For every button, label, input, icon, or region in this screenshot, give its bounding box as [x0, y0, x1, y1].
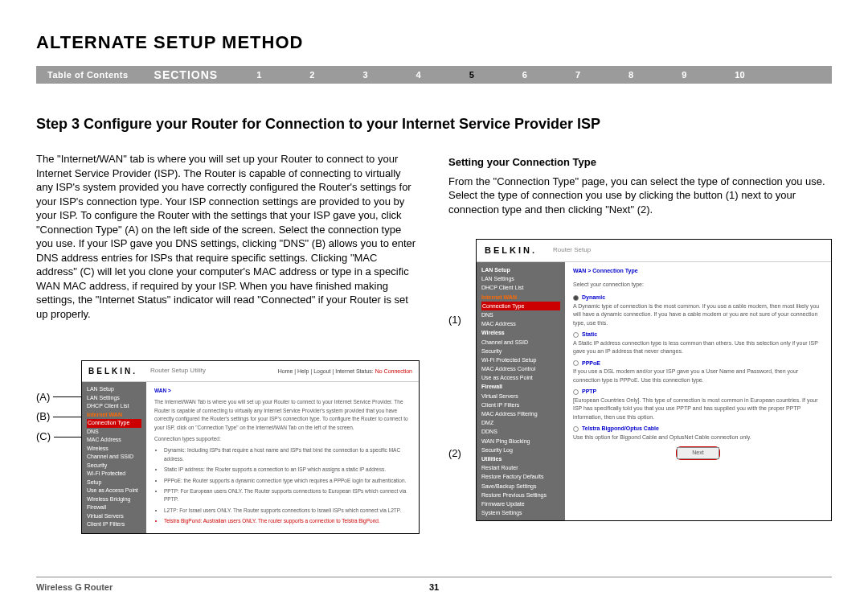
- right-column: Setting your Connection Type From the "C…: [448, 152, 832, 534]
- nav-1[interactable]: 1: [256, 70, 261, 80]
- page-title: ALTERNATE SETUP METHOD: [36, 32, 832, 53]
- callout-2: (2): [448, 446, 461, 461]
- screenshot-2: BELKIN. Router Setup LAN Setup LAN Setti…: [476, 239, 832, 521]
- nav-4[interactable]: 4: [416, 70, 421, 80]
- label-c: (C): [36, 427, 51, 447]
- sections-label: SECTIONS: [140, 68, 233, 81]
- ss1-util: Router Setup Utility: [150, 367, 206, 376]
- step-heading: Step 3 Configure your Router for Connect…: [36, 116, 832, 133]
- ss2-main: WAN > Connection Type Select your connec…: [565, 262, 831, 520]
- left-paragraph: The "Internet/WAN" tab is where you will…: [36, 152, 420, 322]
- toc-link[interactable]: Table of Contents: [36, 70, 140, 80]
- label-b: (B): [36, 407, 50, 427]
- left-column: The "Internet/WAN" tab is where you will…: [36, 152, 420, 534]
- next-button[interactable]: Next: [677, 447, 719, 459]
- page-footer: Wireless G Router 31: [36, 577, 832, 592]
- callout-labels: (A) (B) (C): [36, 341, 81, 447]
- product-name: Wireless G Router: [36, 582, 113, 592]
- ss2-brand: BELKIN.: [485, 244, 537, 257]
- label-a: (A): [36, 388, 50, 408]
- nav-8[interactable]: 8: [628, 70, 633, 80]
- ss1-sidebar: LAN Setup LAN Settings DHCP Client List …: [82, 382, 146, 532]
- screenshot-1: BELKIN. Router Setup Utility Home | Help…: [81, 360, 420, 534]
- section-navbar: Table of Contents SECTIONS 1 2 3 4 5 6 7…: [36, 66, 832, 84]
- nav-10[interactable]: 10: [735, 70, 744, 80]
- right-subhead: Setting your Connection Type: [448, 155, 832, 170]
- ss1-main: WAN > The Internet/WAN Tab is where you …: [146, 382, 419, 532]
- ss2-rs: Router Setup: [553, 246, 591, 255]
- nav-7[interactable]: 7: [575, 70, 580, 80]
- ss1-brand: BELKIN.: [88, 366, 137, 377]
- page-number: 31: [429, 582, 439, 592]
- ss2-sidebar: LAN Setup LAN Settings DHCP Client List …: [477, 262, 565, 520]
- nav-3[interactable]: 3: [362, 70, 367, 80]
- callout-1: (1): [448, 313, 461, 327]
- right-paragraph: From the "Connection Type" page, you can…: [448, 175, 832, 217]
- nav-5[interactable]: 5: [469, 70, 474, 80]
- nav-2[interactable]: 2: [309, 70, 314, 80]
- nav-6[interactable]: 6: [522, 70, 527, 80]
- ss1-links: Home | Help | Logout | Internet Status: …: [278, 368, 412, 375]
- section-numbers: 1 2 3 4 5 6 7 8 9 10: [232, 70, 832, 80]
- nav-9[interactable]: 9: [682, 70, 686, 80]
